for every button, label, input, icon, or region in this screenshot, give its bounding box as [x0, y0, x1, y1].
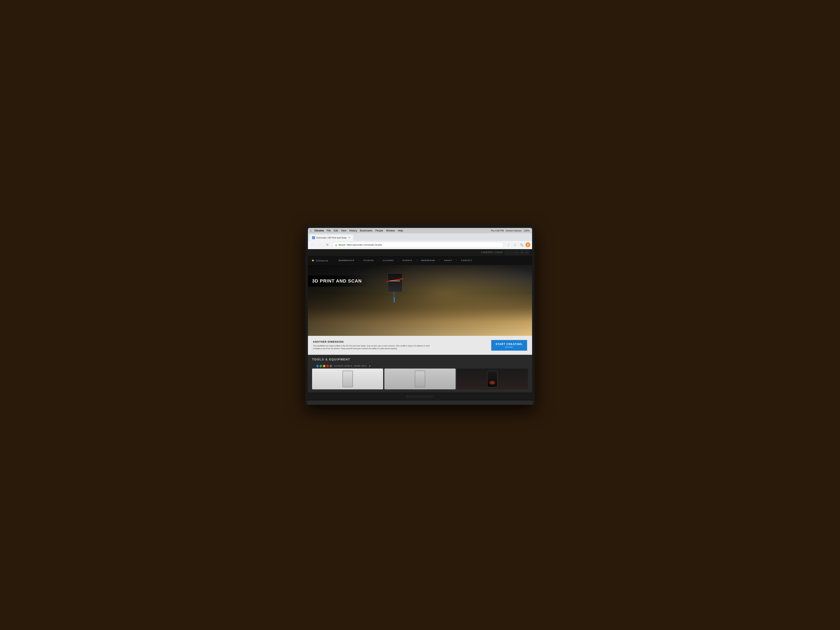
access-more-info-arrow[interactable]: ► [369, 365, 371, 367]
key-f9 [431, 395, 434, 398]
tab-favicon: G [312, 236, 315, 239]
filament [394, 297, 395, 303]
extensions-button[interactable]: ⋮ [505, 242, 511, 248]
secure-label: Secure [338, 244, 346, 246]
cta-sub-text: Join Now › [496, 346, 523, 348]
bookmark-button[interactable]: ☆ [512, 242, 518, 248]
menubar-history[interactable]: History [349, 229, 357, 232]
access-dot-level4 [326, 365, 329, 367]
site-logo[interactable]: ★ GOCREATE [311, 258, 328, 263]
access-dot-level1 [316, 365, 319, 367]
printer-shape-dark [487, 371, 497, 387]
site-topbar: CAREERS / LOGIN f t in ig yt [308, 249, 532, 256]
nav-studios[interactable]: STUDIOS [363, 259, 374, 262]
info-body: The possibilities are nearly endless in … [313, 344, 431, 350]
menubar-left:  Chrome File Edit View History Bookmark… [310, 229, 403, 232]
access-dot-level3 [323, 365, 325, 367]
nav-sep-6: / [439, 259, 440, 262]
url-text: https://gocreate.com/studio-3d.php [347, 243, 382, 246]
social-icons: f t in ig yt [505, 251, 529, 254]
laptop-base [307, 401, 533, 405]
lock-icon: 🔒 [335, 244, 337, 246]
nav-sep-4: / [398, 259, 399, 262]
cta-start-creating-button[interactable]: START CREATING. Join Now › [491, 340, 527, 351]
keyboard-row-1: esc [406, 395, 434, 398]
tool-card-1[interactable] [312, 368, 383, 389]
menubar-view[interactable]: View [341, 229, 346, 232]
tab-close-button[interactable]: × [348, 236, 351, 239]
tools-section: TOOLS & EQUIPMENT ACCESS LEVELS - MORE I… [308, 355, 532, 392]
key-f7 [426, 395, 428, 398]
menubar-time: Thu 4:05 PM [491, 229, 504, 232]
nav-events[interactable]: EVENTS [403, 259, 412, 262]
key-esc: esc [406, 395, 409, 398]
tool-image-3 [457, 368, 528, 389]
menubar-battery: 100% [524, 229, 530, 232]
menubar-people[interactable]: People [376, 229, 383, 232]
instagram-icon[interactable]: ig [520, 251, 524, 254]
search-button[interactable]: 🔍 [519, 242, 524, 248]
facebook-icon[interactable]: f [505, 251, 509, 254]
nav-newsroom[interactable]: NEWSROOM [421, 259, 435, 262]
back-button[interactable]: ← [309, 242, 316, 248]
logo-go: GOCREATE [316, 259, 328, 262]
forward-button[interactable]: → [317, 242, 323, 248]
tools-grid [312, 368, 528, 389]
careers-login-link[interactable]: CAREERS / LOGIN [481, 251, 502, 254]
printer-body [388, 273, 402, 292]
tool-image-2 [384, 368, 455, 389]
access-dots [316, 365, 332, 367]
nav-contact[interactable]: CONTACT [461, 259, 472, 262]
cta-main-text: START CREATING. [496, 343, 523, 346]
key-f5 [420, 395, 423, 398]
printer-visual [375, 269, 417, 311]
nav-sep-3: / [378, 259, 379, 262]
keyboard-keys: esc [319, 395, 521, 398]
address-bar[interactable]: 🔒 Secure https://gocreate.com/studio-3d.… [332, 242, 504, 248]
laptop-frame:  Chrome File Edit View History Bookmark… [305, 226, 535, 405]
menubar-chrome[interactable]: Chrome [314, 229, 324, 232]
printer-shape-white [343, 371, 353, 387]
twitter-icon[interactable]: t [510, 251, 514, 254]
nav-membership[interactable]: MEMBERSHIP [338, 259, 354, 262]
nav-classes[interactable]: CLASSES [383, 259, 394, 262]
menubar-bookmarks[interactable]: Bookmarks [360, 229, 373, 232]
youtube-icon[interactable]: yt [525, 251, 529, 254]
menubar-user: Kenton Hansen [506, 229, 522, 232]
tool-card-3[interactable] [457, 368, 528, 389]
linkedin-icon[interactable]: in [515, 251, 519, 254]
key-f3 [415, 395, 417, 398]
key-f4 [418, 395, 420, 398]
nav-sep-7: / [456, 259, 457, 262]
info-section: ANOTHER DIMENSION The possibilities are … [308, 336, 532, 355]
menubar-edit[interactable]: Edit [334, 229, 338, 232]
menubar-window[interactable]: Window [386, 229, 395, 232]
nav-sep-5: / [416, 259, 417, 262]
tab-bar: G GoCreate | 3D Print and Scan × [308, 233, 532, 241]
tool-card-2[interactable] [384, 368, 455, 389]
profile-button[interactable]: K [526, 242, 531, 247]
refresh-button[interactable]: ↻ [325, 242, 330, 248]
keyboard-area: esc [308, 392, 532, 401]
key-f8 [428, 395, 431, 398]
nav-about[interactable]: ABOUT [444, 259, 452, 262]
nav-sep-2: / [358, 259, 359, 262]
printer-glow [489, 381, 496, 385]
chrome-window: G GoCreate | 3D Print and Scan × ← → ↻ [308, 233, 532, 392]
menubar-file[interactable]: File [327, 229, 331, 232]
printer-shape-2 [415, 371, 425, 387]
site-nav: ★ GOCREATE MEMBERSHIP / STUDIOS / CLASSE… [308, 256, 532, 265]
access-label[interactable]: ACCESS LEVELS - MORE INFO [334, 365, 367, 367]
tools-section-title: TOOLS & EQUIPMENT [312, 358, 528, 361]
key-f1 [410, 395, 412, 398]
nozzle-tip [393, 292, 395, 298]
hero-section: 3D PRINT AND SCAN [308, 265, 532, 336]
browser-tab[interactable]: G GoCreate | 3D Print and Scan × [309, 235, 353, 241]
access-dot-level2 [320, 365, 322, 367]
metal-bar [390, 281, 400, 281]
tool-image-1 [312, 368, 383, 389]
info-text-block: ANOTHER DIMENSION The possibilities are … [313, 340, 431, 350]
info-heading: ANOTHER DIMENSION [313, 340, 431, 343]
address-bar-row: ← → ↻ 🔒 Secure https://gocreate.com/stud… [308, 241, 532, 249]
menubar-help[interactable]: Help [398, 229, 403, 232]
